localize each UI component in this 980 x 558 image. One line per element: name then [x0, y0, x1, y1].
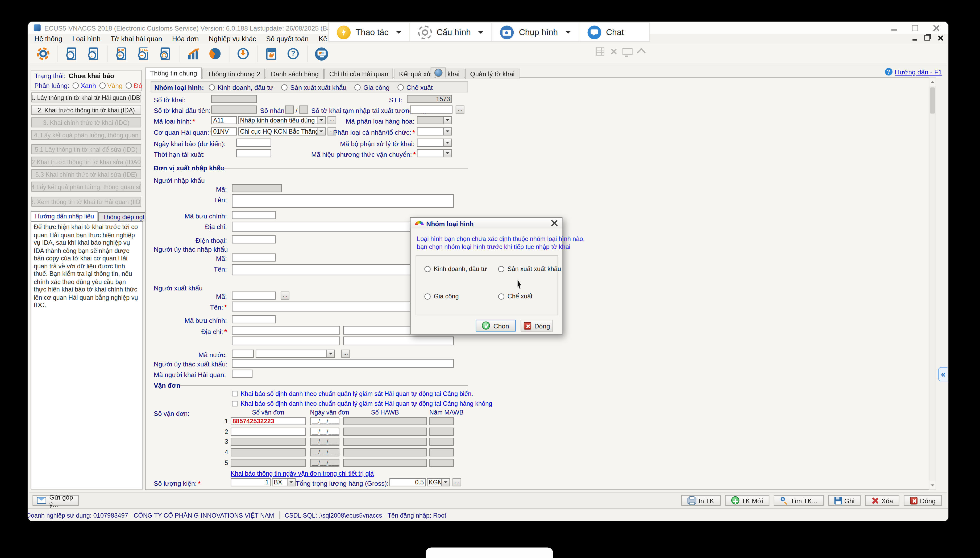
vertical-scrollbar[interactable] — [929, 77, 936, 490]
scroll-up-button[interactable] — [929, 78, 936, 86]
action-button[interactable]: Xóa — [865, 495, 899, 505]
radio-icon[interactable] — [498, 293, 504, 299]
statistics-button[interactable] — [183, 45, 203, 62]
stream-option[interactable]: Xanh — [72, 82, 96, 89]
bl-hawb-input[interactable] — [343, 417, 427, 425]
uy-thac-xk-input[interactable] — [232, 359, 454, 368]
tab[interactable]: Danh sách hàng — [266, 69, 323, 79]
bl-mawb-input[interactable] — [429, 417, 454, 425]
declaration-upload-button[interactable] — [61, 45, 81, 62]
exporter-dia-chi-input-1[interactable] — [232, 326, 340, 335]
co-quan-combo[interactable]: Chi cục HQ KCN Bắc Thăng Long — [238, 127, 326, 136]
grid-icon[interactable] — [596, 47, 604, 56]
workflow-button[interactable]: 6. Xem thông tin tờ khai từ Hải quan (II… — [31, 197, 141, 207]
gross-browse-button[interactable]: ... — [453, 478, 461, 486]
tab-extra-button[interactable] — [431, 67, 446, 77]
security-button[interactable] — [261, 45, 281, 62]
workflow-button[interactable]: 2. Khai trước thông tin tờ khai (IDA) — [31, 105, 141, 115]
bl-mawb-input[interactable] — [429, 428, 454, 436]
menu-item[interactable]: Loại hình — [67, 35, 105, 43]
stream-option[interactable]: Đỏ — [126, 82, 142, 89]
gross-unit-combo[interactable]: KGM — [427, 478, 450, 486]
bl-date-detail-link[interactable]: Khai báo thông tin ngày vận đơn trong ch… — [231, 470, 374, 477]
eda-declaration-button[interactable]: EDA — [133, 45, 153, 62]
thoi-han-input[interactable] — [236, 149, 271, 158]
minimize-icon[interactable] — [891, 29, 897, 30]
radio-icon[interactable] — [498, 266, 504, 272]
bl-date-input[interactable]: __/__/____ — [310, 448, 339, 456]
exporter-dia-chi-input-3[interactable] — [232, 336, 340, 345]
tam-nhap-browse-button[interactable]: ... — [456, 105, 464, 114]
help-link[interactable]: Hướng dẫn - F1 — [895, 68, 942, 75]
info-tab[interactable]: Hướng dẫn nhập liệu — [31, 211, 99, 222]
bl-mawb-input[interactable] — [429, 438, 454, 446]
ma-phan-loai-combo[interactable] — [417, 116, 452, 124]
tam-nhap-input[interactable] — [410, 105, 453, 114]
stream-option[interactable]: Vàng — [99, 82, 123, 89]
bl-date-input[interactable]: __/__/____ — [310, 438, 339, 446]
monitor-gray-icon[interactable] — [623, 48, 632, 55]
ma-loai-hinh-code-input[interactable]: A11 — [211, 116, 237, 124]
cang-bien-checkbox[interactable] — [232, 391, 237, 396]
so-luong-unit-combo[interactable]: BX — [272, 478, 296, 486]
mdi-close-icon[interactable] — [937, 35, 943, 41]
action-button[interactable]: In TK — [681, 495, 720, 505]
ma-nuoc-combo[interactable] — [255, 350, 335, 358]
exporter-ma-browse-button[interactable]: ... — [281, 292, 290, 300]
bl-number-input[interactable] — [231, 428, 306, 436]
feedback-button[interactable]: Gửi góp ý... — [33, 495, 79, 505]
workflow-button[interactable]: 1. Lấy thông tin tờ khai từ Hải quan (ID… — [31, 92, 141, 103]
menu-item[interactable]: Hóa đơn — [167, 35, 204, 43]
bl-mawb-input[interactable] — [429, 448, 454, 456]
type-group-option[interactable]: Kinh doanh, đầu tư — [209, 84, 273, 91]
quick-action-item[interactable]: Chụp hình — [492, 23, 579, 41]
bl-hawb-input[interactable] — [343, 448, 427, 456]
menu-item[interactable]: Tờ khai hải quan — [105, 35, 167, 43]
workflow-button[interactable]: 5.2 Khai trước thông tin tờ khai sửa (ID… — [31, 157, 141, 167]
tab[interactable]: Thông tin chung 2 — [203, 69, 265, 79]
hang-khong-checkbox[interactable] — [232, 401, 237, 406]
bl-hawb-input[interactable] — [343, 459, 427, 467]
bl-hawb-input[interactable] — [343, 428, 427, 436]
declaration-download-button[interactable] — [83, 45, 103, 62]
bl-date-input[interactable]: __/__/____ — [310, 417, 339, 425]
bl-number-input[interactable] — [231, 448, 306, 456]
collapse-panel-handle[interactable] — [938, 367, 947, 382]
hang-khong-checkbox-label[interactable]: Khai báo số định danh theo chuẩn quản lý… — [241, 400, 492, 407]
chevron-up-icon[interactable] — [637, 48, 646, 57]
importer-dien-thoai-input[interactable] — [232, 235, 276, 244]
so-to-khai-input[interactable] — [211, 95, 257, 103]
bl-date-input[interactable]: __/__/____ — [310, 459, 339, 467]
radio-icon[interactable] — [424, 266, 430, 272]
stt-input[interactable]: 1573 — [407, 95, 452, 103]
quick-action-item[interactable]: Thao tác — [329, 23, 410, 41]
exporter-dia-chi-input-4[interactable] — [343, 336, 454, 345]
so-nhanh-input-2[interactable] — [299, 105, 308, 114]
quick-action-item[interactable]: Cấu hình — [410, 23, 492, 41]
ngay-khai-bao-input[interactable] — [236, 139, 271, 147]
close-icon[interactable] — [933, 25, 939, 31]
action-button[interactable]: Tìm TK... — [774, 495, 824, 505]
scrollbar-thumb[interactable] — [930, 87, 935, 114]
reports-button[interactable] — [205, 45, 225, 62]
mdi-minimize-icon[interactable] — [912, 39, 917, 40]
search-declaration-button[interactable] — [155, 45, 175, 62]
action-button[interactable]: Ghi — [828, 495, 861, 505]
gross-input[interactable]: 0.5 — [389, 478, 426, 486]
ma-nuoc-code-input[interactable] — [232, 350, 254, 358]
bl-number-input[interactable] — [231, 438, 306, 446]
radio-icon[interactable] — [126, 82, 132, 89]
bl-hawb-input[interactable] — [343, 438, 427, 446]
radio-icon[interactable] — [398, 84, 404, 90]
update-button[interactable] — [233, 45, 253, 62]
type-group-option[interactable]: Sản xuất xuất khẩu — [282, 84, 346, 91]
action-button[interactable]: Đóng — [904, 495, 942, 505]
workflow-button[interactable]: 5.3 Khai chính thức tờ khai sửa (IDE) — [31, 169, 141, 179]
dialog-choose-button[interactable]: Chọn — [476, 320, 516, 332]
radio-icon[interactable] — [72, 82, 79, 89]
tab[interactable]: Quản lý tờ khai — [465, 69, 520, 79]
workflow-button[interactable]: 5.4 Lấy kết quả phân luồng, thông quan s… — [31, 182, 141, 192]
help-button[interactable] — [283, 45, 303, 62]
maximize-icon[interactable] — [912, 25, 918, 31]
action-button[interactable]: TK Mới — [725, 495, 769, 505]
